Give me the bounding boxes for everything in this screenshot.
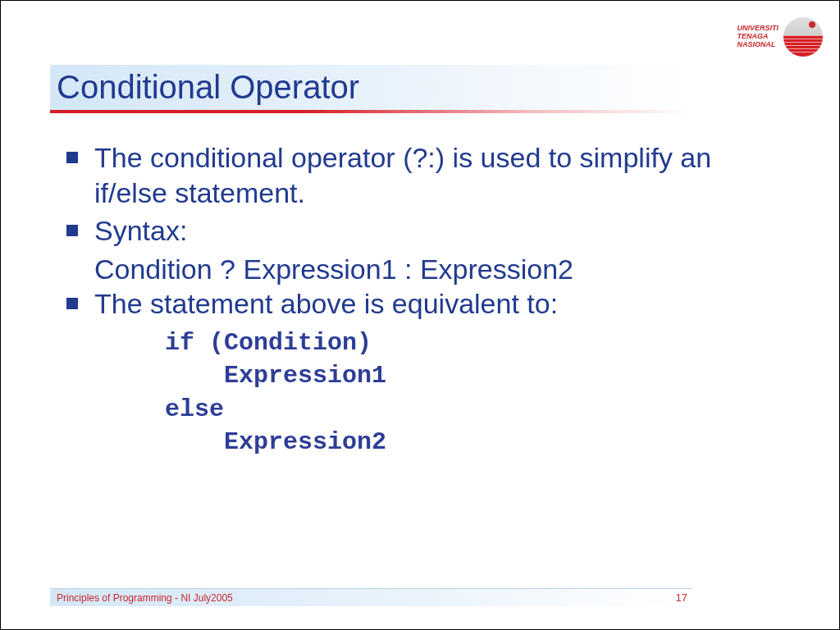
university-logo: UNIVERSITI TENAGA NASIONAL — [737, 17, 823, 57]
code-block: if (Condition) Expression1 else Expressi… — [165, 326, 790, 459]
bullet-3-text: The statement above is equivalent to: — [94, 286, 558, 322]
title-underline — [50, 110, 692, 113]
logo-line-3: NASIONAL — [737, 41, 778, 49]
bullet-icon — [66, 225, 78, 236]
title-bar: Conditional Operator — [50, 65, 692, 110]
footer-bar: Principles of Programming - NI July2005 … — [50, 588, 692, 606]
bullet-1-text: The conditional operator (?:) is used to… — [94, 140, 790, 210]
bullet-2-sub: Condition ? Expression1 : Expression2 — [94, 252, 790, 287]
bullet-icon — [66, 152, 78, 163]
footer-text: Principles of Programming - NI July2005 — [57, 592, 233, 604]
code-line-4: Expression2 — [165, 426, 790, 459]
code-line-3: else — [165, 393, 790, 427]
logo-icon — [783, 17, 823, 57]
bullet-2-text: Syntax: — [94, 213, 187, 249]
code-line-2: Expression1 — [165, 359, 790, 393]
code-line-1: if (Condition) — [165, 326, 790, 360]
slide-title: Conditional Operator — [57, 69, 359, 106]
bullet-3: The statement above is equivalent to: — [66, 286, 790, 322]
bullet-1: The conditional operator (?:) is used to… — [66, 140, 790, 210]
bullet-icon — [66, 298, 78, 309]
bullet-2: Syntax: — [66, 213, 790, 249]
slide-content: The conditional operator (?:) is used to… — [66, 140, 790, 459]
logo-text: UNIVERSITI TENAGA NASIONAL — [737, 25, 778, 49]
page-number: 17 — [676, 591, 687, 604]
